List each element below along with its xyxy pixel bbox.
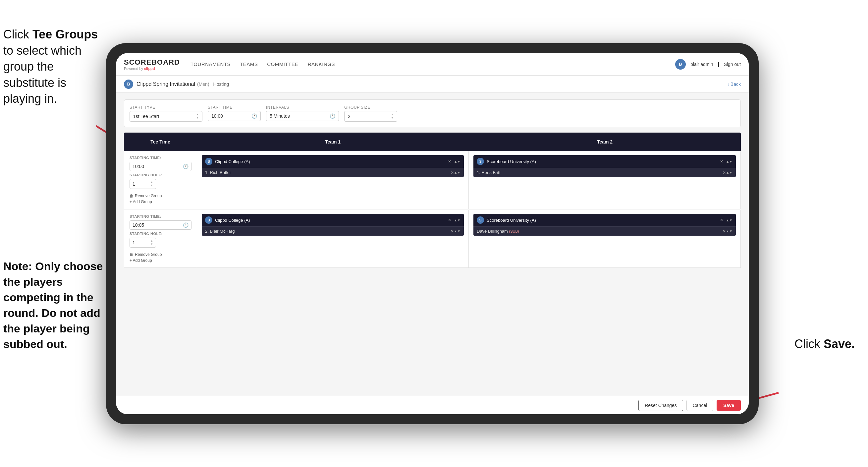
starting-hole-input-2[interactable]: 1 ▲ ▼	[129, 238, 156, 247]
reorder-icon-t1g1: ▲▼	[454, 160, 461, 164]
player-name-t1g1-1: 1. Rich Butler	[205, 170, 451, 175]
starting-time-input-1[interactable]: 10:00 🕐	[129, 162, 191, 171]
nav-teams[interactable]: TEAMS	[240, 60, 258, 68]
player-card-header-t1g1: B Clippd College (A) ✕ ▲▼	[202, 155, 464, 168]
sub-tag-t2g2: (SUB)	[509, 229, 519, 233]
tee-table-header: Tee Time Team 1 Team 2	[124, 133, 741, 151]
team2-cell-1: S Scoreboard University (A) ✕ ▲▼ 1. Rees…	[469, 151, 740, 209]
group-size-label: Group Size	[344, 105, 397, 110]
remove-team-btn-t1g2[interactable]: ✕	[448, 218, 451, 223]
intervals-input[interactable]: 5 Minutes 🕐	[266, 111, 339, 121]
team-name-t1g1: Clippd College (A)	[215, 159, 445, 164]
reset-changes-button[interactable]: Reset Changes	[639, 400, 683, 411]
hole-spinner-2: ▲ ▼	[150, 240, 153, 245]
team-icon-t2g1: S	[477, 158, 484, 165]
team2-cell-2: S Scoreboard University (A) ✕ ▲▼ Dave Bi…	[469, 210, 740, 267]
annotation-top-left: Click Tee Groups to select which group t…	[3, 27, 103, 107]
tee-side-2: STARTING TIME: 10:05 🕐 STARTING HOLE: 1 …	[124, 210, 197, 267]
breadcrumb-back-button[interactable]: ‹ Back	[727, 82, 741, 87]
nav-tournaments[interactable]: TOURNAMENTS	[190, 60, 230, 68]
annotation-right: Click Save.	[795, 337, 855, 351]
breadcrumb-title: Clippd Spring Invitational	[136, 81, 195, 87]
card-actions-t1g2: ✕ ▲▼	[448, 218, 461, 223]
player-row-t2g1-1: 1. Rees Britt ✕ ▲▼	[473, 168, 736, 177]
header-team1: Team 1	[197, 136, 469, 148]
nav-pipe: |	[718, 61, 719, 67]
group-size-spinner: ▲ ▼	[391, 113, 394, 119]
reorder-icon-t2g1: ▲▼	[726, 160, 733, 164]
navbar: SCOREBOARD Powered by clippd TOURNAMENTS…	[116, 53, 749, 76]
team-icon-t1g2: B	[205, 216, 212, 224]
team1-cell-1: B Clippd College (A) ✕ ▲▼ 1. Rich Butler…	[197, 151, 469, 209]
intervals-label: Intervals	[266, 105, 339, 110]
nav-rankings[interactable]: RANKINGS	[308, 60, 335, 68]
save-button[interactable]: Save	[717, 400, 741, 411]
annotation-bl-text: Note: Only choose the players competing …	[3, 260, 103, 350]
start-type-label: Start Type	[129, 105, 203, 110]
avatar: B	[675, 59, 686, 69]
nav-committee[interactable]: COMMITTEE	[267, 60, 299, 68]
starting-hole-input-1[interactable]: 1 ▲ ▼	[129, 179, 156, 189]
reorder-icon-t1g2: ▲▼	[454, 218, 461, 222]
team-name-t1g2: Clippd College (A)	[215, 218, 445, 223]
card-actions-t1g1: ✕ ▲▼	[448, 159, 461, 164]
remove-team-btn-t1g1[interactable]: ✕	[448, 159, 451, 164]
starting-hole-label-2: STARTING HOLE:	[129, 232, 191, 236]
group-size-input[interactable]: 2 ▲ ▼	[344, 111, 397, 122]
logo-area: SCOREBOARD Powered by clippd	[124, 58, 180, 70]
remove-group-btn-2[interactable]: 🗑 Remove Group	[129, 252, 191, 257]
bottom-bar: Reset Changes Cancel Save	[116, 396, 749, 414]
remove-player-t2g2-1[interactable]: ✕	[722, 229, 726, 234]
main-content: Start Type 1st Tee Start ▲ ▼ Start Time …	[116, 93, 749, 396]
group-size-group: Group Size 2 ▲ ▼	[344, 105, 397, 122]
clock-icon: 🕐	[251, 113, 257, 119]
cancel-button[interactable]: Cancel	[686, 400, 714, 411]
player-card-t1g2[interactable]: B Clippd College (A) ✕ ▲▼ 2. Blair McHar…	[202, 214, 464, 236]
remove-team-btn-t2g1[interactable]: ✕	[720, 159, 723, 164]
starting-time-label-1: STARTING TIME:	[129, 156, 191, 160]
add-group-btn-1[interactable]: + Add Group	[129, 200, 191, 204]
nav-right: B blair admin | Sign out	[675, 59, 741, 69]
player-card-t2g2[interactable]: S Scoreboard University (A) ✕ ▲▼ Dave Bi…	[473, 214, 736, 236]
start-type-input[interactable]: 1st Tee Start ▲ ▼	[129, 111, 203, 122]
player-name-t2g2-1: Dave Billingham (SUB)	[477, 229, 722, 234]
sign-out-link[interactable]: Sign out	[724, 62, 741, 67]
intervals-group: Intervals 5 Minutes 🕐	[266, 105, 339, 122]
player-row-t1g2-1: 2. Blair McHarg ✕ ▲▼	[202, 226, 464, 236]
team-icon-t1g1: B	[205, 158, 212, 165]
remove-team-btn-t2g2[interactable]: ✕	[720, 218, 723, 223]
header-tee-time: Tee Time	[124, 136, 197, 148]
remove-player-t1g2-1[interactable]: ✕	[451, 229, 454, 234]
tee-group-row-2: STARTING TIME: 10:05 🕐 STARTING HOLE: 1 …	[124, 210, 741, 268]
start-type-spinner: ▲ ▼	[196, 113, 199, 119]
player-row-t1g1-1: 1. Rich Butler ✕ ▲▼	[202, 168, 464, 177]
reorder-icon-t2g2: ▲▼	[726, 218, 733, 222]
player-card-header-t2g1: S Scoreboard University (A) ✕ ▲▼	[473, 155, 736, 168]
reorder-player-t2g2-1: ▲▼	[726, 229, 733, 233]
tee-actions-1: 🗑 Remove Group + Add Group	[129, 194, 191, 204]
team-icon-t2g2: S	[477, 216, 484, 224]
tee-side-1: STARTING TIME: 10:00 🕐 STARTING HOLE: 1 …	[124, 151, 197, 209]
player-card-header-t2g2: S Scoreboard University (A) ✕ ▲▼	[473, 214, 736, 226]
trash-icon-2: 🗑	[129, 252, 133, 257]
starting-hole-label-1: STARTING HOLE:	[129, 173, 191, 177]
remove-player-t1g1-1[interactable]: ✕	[451, 170, 454, 175]
breadcrumb-bar: B Clippd Spring Invitational (Men) Hosti…	[116, 76, 749, 93]
remove-group-btn-1[interactable]: 🗑 Remove Group	[129, 194, 191, 198]
player-row-t2g2-1: Dave Billingham (SUB) ✕ ▲▼	[473, 226, 736, 236]
start-time-group: Start Time 10:00 🕐	[208, 105, 261, 122]
add-group-btn-2[interactable]: + Add Group	[129, 258, 191, 263]
player-card-t1g1[interactable]: B Clippd College (A) ✕ ▲▼ 1. Rich Butler…	[202, 155, 464, 177]
tablet-screen: SCOREBOARD Powered by clippd TOURNAMENTS…	[116, 53, 749, 414]
tee-actions-2: 🗑 Remove Group + Add Group	[129, 252, 191, 263]
start-time-input[interactable]: 10:00 🕐	[208, 111, 261, 121]
player-card-t2g1[interactable]: S Scoreboard University (A) ✕ ▲▼ 1. Rees…	[473, 155, 736, 177]
logo-scoreboard: SCOREBOARD	[124, 58, 180, 67]
breadcrumb-subtitle: (Men)	[197, 82, 209, 87]
breadcrumb-icon: B	[124, 80, 133, 89]
starting-time-input-2[interactable]: 10:05 🕐	[129, 221, 191, 230]
player-card-header-t1g2: B Clippd College (A) ✕ ▲▼	[202, 214, 464, 226]
tablet-frame: SCOREBOARD Powered by clippd TOURNAMENTS…	[106, 43, 759, 424]
remove-player-t2g1-1[interactable]: ✕	[722, 170, 726, 175]
card-actions-t2g2: ✕ ▲▼	[720, 218, 733, 223]
